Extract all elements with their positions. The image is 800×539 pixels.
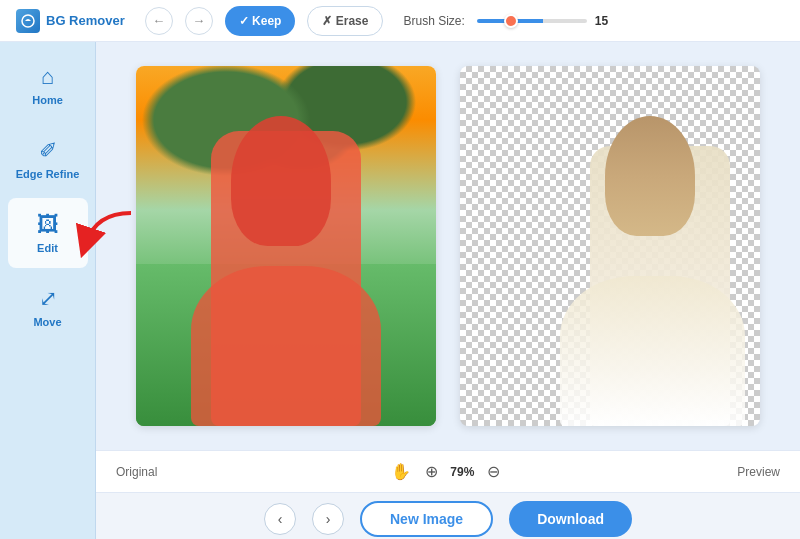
footer-bar: ‹ › New Image Download xyxy=(96,492,800,539)
zoom-controls: ✋ ⊕ 79% ⊖ xyxy=(390,461,504,483)
brush-size-slider[interactable] xyxy=(477,19,587,23)
next-button[interactable]: › xyxy=(312,503,344,535)
zoom-out-button[interactable]: ⊖ xyxy=(482,461,504,483)
sidebar-edit-label: Edit xyxy=(37,242,58,254)
sidebar-item-home[interactable]: ⌂ Home xyxy=(8,50,88,120)
preview-image-panel xyxy=(460,66,760,426)
original-label: Original xyxy=(116,465,157,479)
content-area: Original ✋ ⊕ 79% ⊖ Preview ‹ › New Image… xyxy=(96,42,800,539)
main-area: ⌂ Home ✐ Edge Refine 🖼 Edit xyxy=(0,42,800,539)
sidebar: ⌂ Home ✐ Edge Refine 🖼 Edit xyxy=(0,42,96,539)
edge-refine-icon: ✐ xyxy=(39,138,57,164)
top-bar: BG Remover ← → ✓ Keep ✗ Erase Brush Size… xyxy=(0,0,800,42)
new-image-button[interactable]: New Image xyxy=(360,501,493,537)
redo-button[interactable]: → xyxy=(185,7,213,35)
keep-tool-button[interactable]: ✓ Keep xyxy=(225,6,296,36)
logo-area: BG Remover xyxy=(16,9,125,33)
bottom-bar: Original ✋ ⊕ 79% ⊖ Preview xyxy=(96,450,800,492)
move-icon: ⤢ xyxy=(39,286,57,312)
sidebar-item-move[interactable]: ⤢ Move xyxy=(8,272,88,342)
preview-label: Preview xyxy=(737,465,780,479)
app-title: BG Remover xyxy=(46,13,125,28)
app-container: BG Remover ← → ✓ Keep ✗ Erase Brush Size… xyxy=(0,0,800,539)
zoom-in-button[interactable]: ⊕ xyxy=(420,461,442,483)
erase-tool-button[interactable]: ✗ Erase xyxy=(307,6,383,36)
prev-button[interactable]: ‹ xyxy=(264,503,296,535)
logo-icon xyxy=(16,9,40,33)
sidebar-edge-refine-label: Edge Refine xyxy=(16,168,80,180)
sidebar-move-label: Move xyxy=(33,316,61,328)
home-icon: ⌂ xyxy=(41,64,54,90)
sidebar-item-edge-refine[interactable]: ✐ Edge Refine xyxy=(8,124,88,194)
brush-slider-container: 15 xyxy=(477,14,615,28)
brush-size-label: Brush Size: xyxy=(403,14,464,28)
sidebar-item-edit[interactable]: 🖼 Edit xyxy=(8,198,88,268)
canvas-area xyxy=(96,42,800,450)
zoom-value: 79% xyxy=(450,465,474,479)
download-button[interactable]: Download xyxy=(509,501,632,537)
original-image-panel xyxy=(136,66,436,426)
pan-tool-button[interactable]: ✋ xyxy=(390,461,412,483)
edit-icon: 🖼 xyxy=(37,212,59,238)
brush-size-value: 15 xyxy=(595,14,615,28)
undo-button[interactable]: ← xyxy=(145,7,173,35)
sidebar-home-label: Home xyxy=(32,94,63,106)
